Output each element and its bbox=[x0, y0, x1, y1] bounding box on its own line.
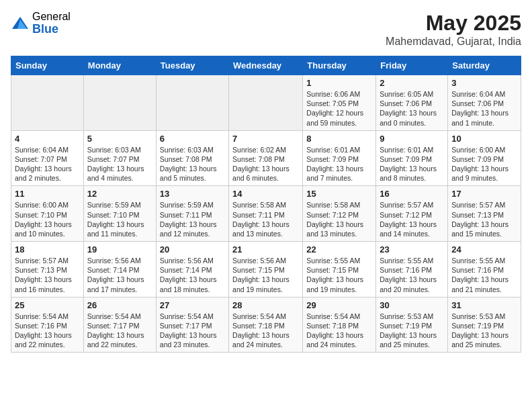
calendar-cell: 12Sunrise: 5:59 AMSunset: 7:10 PMDayligh… bbox=[83, 186, 156, 242]
day-info: Sunrise: 5:55 AMSunset: 7:15 PMDaylight:… bbox=[306, 256, 372, 294]
day-info: Sunrise: 6:05 AMSunset: 7:06 PMDaylight:… bbox=[380, 89, 444, 128]
day-number: 11 bbox=[15, 189, 80, 199]
day-number: 4 bbox=[15, 134, 80, 144]
day-info: Sunrise: 5:54 AMSunset: 7:18 PMDaylight:… bbox=[306, 312, 372, 350]
day-info: Sunrise: 5:53 AMSunset: 7:19 PMDaylight:… bbox=[380, 312, 444, 350]
day-number: 9 bbox=[380, 134, 444, 144]
day-info: Sunrise: 5:54 AMSunset: 7:17 PMDaylight:… bbox=[87, 312, 152, 350]
day-info: Sunrise: 5:54 AMSunset: 7:18 PMDaylight:… bbox=[232, 312, 299, 350]
day-info: Sunrise: 5:53 AMSunset: 7:19 PMDaylight:… bbox=[451, 312, 517, 350]
day-number: 13 bbox=[160, 189, 225, 199]
calendar-cell: 6Sunrise: 6:03 AMSunset: 7:08 PMDaylight… bbox=[156, 130, 228, 186]
weekday-header-row: SundayMondayTuesdayWednesdayThursdayFrid… bbox=[11, 56, 521, 75]
day-number: 31 bbox=[451, 300, 517, 310]
calendar-cell: 13Sunrise: 5:59 AMSunset: 7:11 PMDayligh… bbox=[156, 186, 228, 242]
day-info: Sunrise: 5:57 AMSunset: 7:13 PMDaylight:… bbox=[451, 200, 517, 238]
calendar-cell: 22Sunrise: 5:55 AMSunset: 7:15 PMDayligh… bbox=[303, 242, 376, 298]
day-number: 5 bbox=[87, 134, 152, 144]
weekday-header: Sunday bbox=[11, 56, 84, 75]
location: Mahemdavad, Gujarat, India bbox=[386, 36, 521, 48]
calendar-table: SundayMondayTuesdayWednesdayThursdayFrid… bbox=[11, 56, 521, 353]
calendar-cell: 19Sunrise: 5:56 AMSunset: 7:14 PMDayligh… bbox=[83, 242, 156, 298]
day-info: Sunrise: 6:01 AMSunset: 7:09 PMDaylight:… bbox=[306, 145, 372, 183]
weekday-header: Friday bbox=[376, 56, 448, 75]
day-number: 29 bbox=[306, 300, 372, 310]
calendar-week-row: 25Sunrise: 5:54 AMSunset: 7:16 PMDayligh… bbox=[11, 297, 521, 353]
calendar-week-row: 4Sunrise: 6:04 AMSunset: 7:07 PMDaylight… bbox=[11, 130, 521, 186]
page-header: General Blue May 2025 Mahemdavad, Gujara… bbox=[11, 11, 521, 48]
day-number: 21 bbox=[232, 244, 299, 255]
logo: General Blue bbox=[11, 11, 71, 36]
day-info: Sunrise: 5:56 AMSunset: 7:14 PMDaylight:… bbox=[87, 256, 152, 294]
day-info: Sunrise: 5:56 AMSunset: 7:15 PMDaylight:… bbox=[232, 256, 299, 294]
calendar-cell: 8Sunrise: 6:01 AMSunset: 7:09 PMDaylight… bbox=[303, 130, 376, 186]
calendar-cell: 1Sunrise: 6:06 AMSunset: 7:05 PMDaylight… bbox=[303, 75, 376, 131]
day-info: Sunrise: 6:01 AMSunset: 7:09 PMDaylight:… bbox=[380, 145, 444, 183]
day-info: Sunrise: 6:03 AMSunset: 7:08 PMDaylight:… bbox=[160, 145, 225, 183]
calendar-cell: 7Sunrise: 6:02 AMSunset: 7:08 PMDaylight… bbox=[229, 130, 303, 186]
day-info: Sunrise: 5:58 AMSunset: 7:12 PMDaylight:… bbox=[306, 200, 372, 238]
weekday-header: Tuesday bbox=[156, 56, 228, 75]
calendar-cell: 2Sunrise: 6:05 AMSunset: 7:06 PMDaylight… bbox=[376, 75, 448, 131]
day-info: Sunrise: 6:00 AMSunset: 7:10 PMDaylight:… bbox=[15, 200, 80, 238]
day-number: 19 bbox=[87, 244, 152, 255]
calendar-cell: 28Sunrise: 5:54 AMSunset: 7:18 PMDayligh… bbox=[229, 297, 303, 353]
day-number: 18 bbox=[15, 244, 80, 255]
calendar-cell: 3Sunrise: 6:04 AMSunset: 7:06 PMDaylight… bbox=[448, 75, 521, 131]
weekday-header: Saturday bbox=[448, 56, 521, 75]
day-info: Sunrise: 5:57 AMSunset: 7:13 PMDaylight:… bbox=[15, 256, 80, 294]
day-info: Sunrise: 6:06 AMSunset: 7:05 PMDaylight:… bbox=[306, 89, 372, 128]
calendar-cell bbox=[83, 75, 156, 131]
day-number: 25 bbox=[15, 300, 80, 310]
calendar-cell: 16Sunrise: 5:57 AMSunset: 7:12 PMDayligh… bbox=[376, 186, 448, 242]
title-block: May 2025 Mahemdavad, Gujarat, India bbox=[386, 11, 521, 48]
day-number: 10 bbox=[451, 134, 517, 144]
calendar-cell: 15Sunrise: 5:58 AMSunset: 7:12 PMDayligh… bbox=[303, 186, 376, 242]
calendar-cell bbox=[156, 75, 228, 131]
calendar-cell: 26Sunrise: 5:54 AMSunset: 7:17 PMDayligh… bbox=[83, 297, 156, 353]
calendar-cell: 5Sunrise: 6:03 AMSunset: 7:07 PMDaylight… bbox=[83, 130, 156, 186]
calendar-cell: 21Sunrise: 5:56 AMSunset: 7:15 PMDayligh… bbox=[229, 242, 303, 298]
day-number: 20 bbox=[160, 244, 225, 255]
calendar-cell: 20Sunrise: 5:56 AMSunset: 7:14 PMDayligh… bbox=[156, 242, 228, 298]
calendar-week-row: 11Sunrise: 6:00 AMSunset: 7:10 PMDayligh… bbox=[11, 186, 521, 242]
day-number: 12 bbox=[87, 189, 152, 199]
day-info: Sunrise: 6:04 AMSunset: 7:06 PMDaylight:… bbox=[451, 89, 517, 128]
weekday-header: Monday bbox=[83, 56, 156, 75]
day-number: 6 bbox=[160, 134, 225, 144]
day-number: 26 bbox=[87, 300, 152, 310]
weekday-header: Wednesday bbox=[229, 56, 303, 75]
logo-general: General bbox=[32, 11, 71, 23]
calendar-week-row: 18Sunrise: 5:57 AMSunset: 7:13 PMDayligh… bbox=[11, 242, 521, 298]
day-info: Sunrise: 5:59 AMSunset: 7:10 PMDaylight:… bbox=[87, 200, 152, 238]
day-number: 30 bbox=[380, 300, 444, 310]
day-number: 27 bbox=[160, 300, 225, 310]
calendar-cell: 23Sunrise: 5:55 AMSunset: 7:16 PMDayligh… bbox=[376, 242, 448, 298]
calendar-cell: 10Sunrise: 6:00 AMSunset: 7:09 PMDayligh… bbox=[448, 130, 521, 186]
day-number: 16 bbox=[380, 189, 444, 199]
day-number: 23 bbox=[380, 244, 444, 255]
calendar-cell bbox=[11, 75, 84, 131]
day-number: 24 bbox=[451, 244, 517, 255]
day-info: Sunrise: 5:55 AMSunset: 7:16 PMDaylight:… bbox=[451, 256, 517, 294]
day-info: Sunrise: 6:02 AMSunset: 7:08 PMDaylight:… bbox=[232, 145, 299, 183]
weekday-header: Thursday bbox=[303, 56, 376, 75]
calendar-cell: 14Sunrise: 5:58 AMSunset: 7:11 PMDayligh… bbox=[229, 186, 303, 242]
day-info: Sunrise: 5:54 AMSunset: 7:16 PMDaylight:… bbox=[15, 312, 80, 350]
calendar-cell: 11Sunrise: 6:00 AMSunset: 7:10 PMDayligh… bbox=[11, 186, 84, 242]
day-number: 1 bbox=[306, 78, 372, 88]
calendar-cell: 29Sunrise: 5:54 AMSunset: 7:18 PMDayligh… bbox=[303, 297, 376, 353]
day-number: 14 bbox=[232, 189, 299, 199]
month-year: May 2025 bbox=[386, 11, 521, 36]
day-info: Sunrise: 5:56 AMSunset: 7:14 PMDaylight:… bbox=[160, 256, 225, 294]
day-info: Sunrise: 6:00 AMSunset: 7:09 PMDaylight:… bbox=[451, 145, 517, 183]
day-number: 28 bbox=[232, 300, 299, 310]
day-info: Sunrise: 5:55 AMSunset: 7:16 PMDaylight:… bbox=[380, 256, 444, 294]
calendar-cell bbox=[229, 75, 303, 131]
day-number: 17 bbox=[451, 189, 517, 199]
day-number: 22 bbox=[306, 244, 372, 255]
day-info: Sunrise: 6:03 AMSunset: 7:07 PMDaylight:… bbox=[87, 145, 152, 183]
day-number: 2 bbox=[380, 78, 444, 88]
day-info: Sunrise: 6:04 AMSunset: 7:07 PMDaylight:… bbox=[15, 145, 80, 183]
day-number: 7 bbox=[232, 134, 299, 144]
